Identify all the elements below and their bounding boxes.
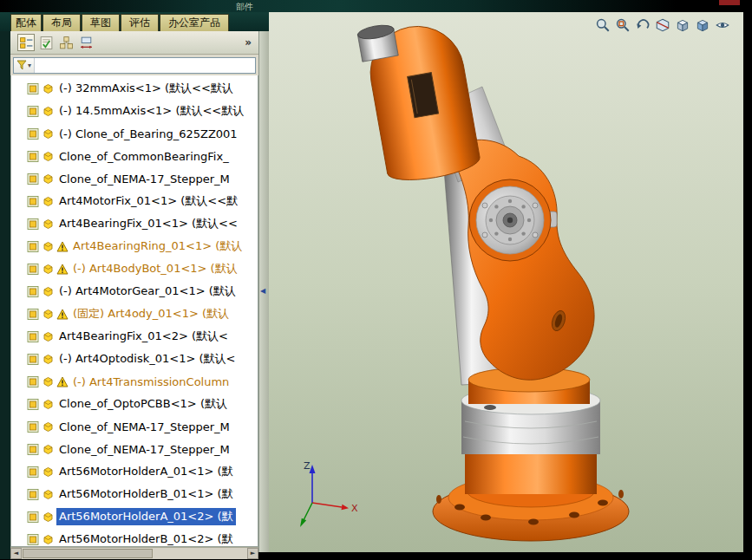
component-icon bbox=[27, 420, 40, 433]
panel-splitter[interactable]: ◀ bbox=[258, 31, 269, 552]
triad-x-label: X bbox=[351, 503, 358, 514]
titlebar: 部件 bbox=[0, 0, 752, 12]
tree-item-label: (-) 32mmAxis<1> (默认<<默认 bbox=[56, 80, 236, 97]
orientation-triad: Z X bbox=[284, 454, 363, 541]
tree-item-0[interactable]: (-) 32mmAxis<1> (默认<<默认 bbox=[11, 77, 258, 100]
component-icon bbox=[27, 285, 40, 298]
tree-item-1[interactable]: (-) 14.5mmAxis<1> (默认<<默认 bbox=[11, 100, 258, 122]
zoom-to-fit-icon[interactable] bbox=[594, 16, 611, 34]
part-icon bbox=[42, 330, 55, 343]
feature-manager-panel: » ▾ (-) 32mmAxis<1> (默认<<默认(-) 14.5mmAxi… bbox=[10, 31, 258, 559]
hide-show-icon[interactable] bbox=[714, 16, 731, 34]
tree-item-8[interactable]: (-) Art4BodyBot_01<1> (默认 bbox=[11, 257, 258, 280]
part-icon bbox=[42, 150, 55, 163]
part-icon bbox=[42, 398, 55, 411]
part-icon bbox=[42, 218, 55, 231]
tree-item-2[interactable]: (-) Clone_of_Bearing_625ZZ001 bbox=[11, 122, 258, 145]
display-style-icon[interactable] bbox=[694, 16, 711, 34]
component-icon bbox=[27, 105, 40, 118]
tree-item-14[interactable]: Clone_of_OptoPCBB<1> (默认 bbox=[11, 393, 258, 415]
section-view-icon[interactable] bbox=[654, 16, 671, 34]
warning-icon bbox=[56, 241, 69, 252]
dimxpert-tab-icon[interactable] bbox=[77, 34, 95, 51]
tree-item-3[interactable]: Clone_of_CommonBearingFix_ bbox=[11, 145, 258, 167]
part-icon bbox=[42, 127, 55, 140]
tree-item-18[interactable]: Art56MotorHolderB_01<1> (默 bbox=[11, 483, 258, 505]
filter-funnel-button[interactable]: ▾ bbox=[14, 58, 35, 73]
tree-item-5[interactable]: Art4MotorFix_01<1> (默认<<默 bbox=[11, 190, 258, 212]
ribbon-tab-2[interactable]: 草图 bbox=[82, 14, 120, 31]
tree-item-20[interactable]: Art56MotorHolderB_01<2> (默 bbox=[11, 528, 258, 547]
triad-z-label: Z bbox=[304, 460, 311, 472]
tree-item-label: Clone_of_NEMA-17_Stepper_M bbox=[56, 172, 232, 186]
warning-icon bbox=[56, 309, 69, 320]
part-icon bbox=[42, 173, 55, 186]
part-icon bbox=[42, 533, 55, 546]
tree-horizontal-scrollbar[interactable]: ◄ ► bbox=[10, 547, 258, 559]
component-icon bbox=[27, 150, 40, 163]
part-icon bbox=[42, 105, 55, 118]
filter-caret: ▾ bbox=[28, 62, 31, 69]
window-right-edge bbox=[743, 0, 752, 560]
tree-item-label: Art56MotorHolderA_01<1> (默 bbox=[56, 463, 236, 480]
tree-item-label: (-) Art4Optodisk_01<1> (默认< bbox=[56, 350, 238, 368]
tree-item-16[interactable]: Clone_of_NEMA-17_Stepper_M bbox=[11, 438, 258, 460]
configurationmanager-tab-icon[interactable] bbox=[57, 34, 75, 51]
panel-collapse-arrow[interactable]: ◀ bbox=[260, 287, 265, 295]
part-icon bbox=[42, 375, 55, 388]
featuremanager-tab-icon[interactable] bbox=[17, 34, 35, 51]
part-icon bbox=[42, 353, 55, 366]
part-icon bbox=[42, 443, 55, 456]
ribbon-tab-1[interactable]: 布局 bbox=[43, 14, 81, 31]
part-icon bbox=[42, 308, 55, 321]
part-icon bbox=[42, 466, 55, 479]
titlebar-partial-text: 部件 bbox=[236, 1, 253, 13]
component-icon bbox=[27, 398, 40, 411]
panel-tab-bar: » bbox=[10, 31, 258, 55]
tree-item-9[interactable]: (-) Art4MotorGear_01<1> (默认 bbox=[11, 280, 258, 303]
tree-item-19[interactable]: Art56MotorHolderA_01<2> (默 bbox=[11, 505, 258, 528]
tree-item-11[interactable]: Art4BearingFix_01<2> (默认< bbox=[11, 325, 258, 348]
tree-item-label: Clone_of_CommonBearingFix_ bbox=[56, 149, 232, 164]
component-icon bbox=[27, 533, 40, 546]
scroll-left-button[interactable]: ◄ bbox=[10, 548, 22, 559]
ribbon-tab-3[interactable]: 评估 bbox=[121, 14, 159, 31]
tree-item-label: Art4BearingFix_01<2> (默认< bbox=[56, 328, 231, 345]
tree-item-4[interactable]: Clone_of_NEMA-17_Stepper_M bbox=[11, 167, 258, 190]
titlebar-red-fragment bbox=[719, 0, 740, 5]
scroll-thumb[interactable] bbox=[23, 549, 153, 558]
part-icon bbox=[42, 420, 55, 433]
component-icon bbox=[27, 240, 40, 253]
tree-item-15[interactable]: Clone_of_NEMA-17_Stepper_M bbox=[11, 415, 258, 438]
tree-item-17[interactable]: Art56MotorHolderA_01<1> (默 bbox=[11, 460, 258, 483]
component-icon bbox=[27, 173, 40, 186]
component-icon bbox=[27, 488, 40, 501]
propertymanager-tab-icon[interactable] bbox=[37, 34, 55, 51]
filter-input[interactable] bbox=[35, 58, 255, 72]
previous-view-icon[interactable] bbox=[634, 16, 651, 34]
panel-overflow-button[interactable]: » bbox=[241, 36, 255, 49]
tree-item-label: Clone_of_NEMA-17_Stepper_M bbox=[56, 420, 232, 434]
part-icon bbox=[42, 511, 55, 524]
tree-item-6[interactable]: Art4BearingFix_01<1> (默认<< bbox=[11, 212, 258, 235]
tree-item-10[interactable]: (固定) Art4ody_01<1> (默认 bbox=[11, 303, 258, 325]
component-icon bbox=[27, 82, 40, 95]
part-icon bbox=[42, 82, 55, 95]
ribbon-tab-4[interactable]: 办公室产品 bbox=[160, 14, 229, 31]
filter-box: ▾ bbox=[13, 57, 256, 74]
part-icon bbox=[42, 488, 55, 501]
tree-item-label: (-) Art4BodyBot_01<1> (默认 bbox=[70, 260, 240, 277]
part-icon bbox=[42, 285, 55, 298]
ribbon-tab-0[interactable]: 配体 bbox=[10, 14, 42, 31]
component-icon bbox=[27, 263, 40, 276]
tree-item-13[interactable]: (-) Art4TransmissionColumn bbox=[11, 370, 258, 393]
scroll-right-button[interactable]: ► bbox=[247, 548, 258, 559]
tree-item-label: (-) 14.5mmAxis<1> (默认<<默认 bbox=[56, 102, 246, 120]
tree-item-label: Art56MotorHolderA_01<2> (默 bbox=[56, 508, 236, 525]
tree-item-12[interactable]: (-) Art4Optodisk_01<1> (默认< bbox=[11, 348, 258, 370]
zoom-to-area-icon[interactable] bbox=[614, 16, 631, 34]
tree-item-label: Art4BearingFix_01<1> (默认<< bbox=[56, 215, 240, 232]
graphics-viewport[interactable]: Z X bbox=[269, 12, 743, 552]
tree-item-7[interactable]: Art4BearingRing_01<1> (默认 bbox=[11, 235, 258, 257]
view-orientation-icon[interactable] bbox=[674, 16, 691, 34]
